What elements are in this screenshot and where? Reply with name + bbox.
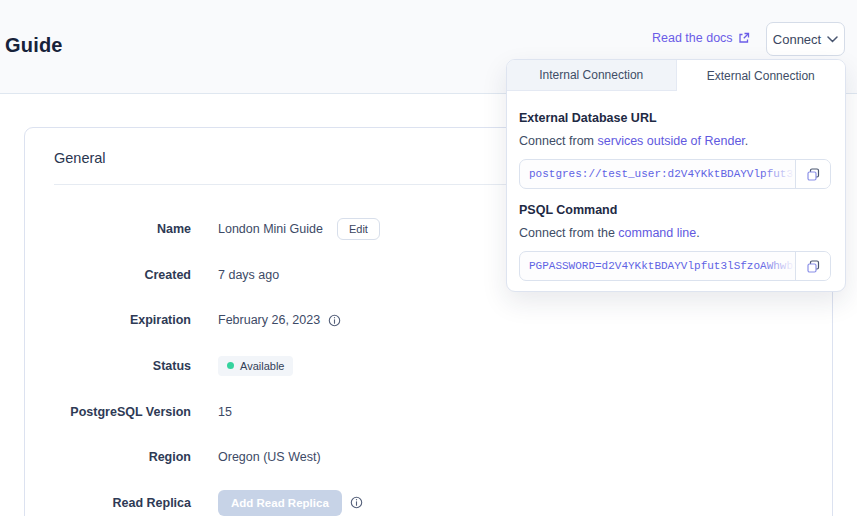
page-title: Guide bbox=[5, 34, 63, 57]
tab-external-connection[interactable]: External Connection bbox=[677, 60, 846, 91]
row-postgres-version-value: 15 bbox=[218, 405, 232, 419]
psql-command-field-group: PGPASSWORD=d2V4YKktBDAYVlpfut3lSfzoAWhwb… bbox=[519, 251, 831, 281]
chevron-down-icon bbox=[827, 36, 838, 43]
connect-button-label: Connect bbox=[773, 32, 821, 47]
copy-external-url-button[interactable] bbox=[795, 160, 830, 188]
row-name-value: London Mini Guide bbox=[218, 222, 323, 236]
read-the-docs-label: Read the docs bbox=[652, 31, 733, 45]
psql-command-description: Connect from the command line. bbox=[519, 226, 831, 240]
status-badge: Available bbox=[218, 356, 293, 376]
copy-icon bbox=[806, 259, 821, 274]
connect-dropdown-panel: Internal Connection External Connection … bbox=[506, 59, 846, 292]
command-line-link[interactable]: command line bbox=[618, 226, 696, 240]
row-postgres-version: PostgreSQL Version 15 bbox=[25, 389, 585, 435]
read-replica-info-icon[interactable] bbox=[350, 496, 363, 509]
row-expiration-label: Expiration bbox=[25, 313, 191, 327]
status-badge-label: Available bbox=[240, 360, 284, 372]
row-status: Status Available bbox=[25, 343, 585, 389]
description-text: Connect from bbox=[519, 134, 598, 148]
external-database-url-heading: External Database URL bbox=[519, 111, 831, 125]
row-read-replica-label: Read Replica bbox=[25, 496, 191, 510]
external-database-url-field-group: postgres://test_user:d2V4YKktBDAYVlpfut3… bbox=[519, 159, 831, 189]
add-read-replica-button[interactable]: Add Read Replica bbox=[218, 490, 342, 516]
row-name: Name London Mini Guide Edit bbox=[25, 206, 585, 252]
connect-button[interactable]: Connect bbox=[766, 22, 845, 56]
copy-psql-command-button[interactable] bbox=[795, 252, 830, 280]
row-read-replica: Read Replica Add Read Replica bbox=[25, 480, 585, 516]
row-expiration: Expiration February 26, 2023 bbox=[25, 297, 585, 343]
row-region-label: Region bbox=[25, 450, 191, 464]
description-text: Connect from the bbox=[519, 226, 618, 240]
description-text: . bbox=[745, 134, 748, 148]
expiration-info-icon[interactable] bbox=[328, 314, 341, 327]
psql-command-heading: PSQL Command bbox=[519, 203, 831, 217]
general-card-title: General bbox=[54, 150, 106, 166]
tab-internal-connection[interactable]: Internal Connection bbox=[507, 60, 677, 91]
row-name-label: Name bbox=[25, 222, 191, 236]
services-outside-render-link[interactable]: services outside of Render bbox=[598, 134, 745, 148]
status-dot-icon bbox=[227, 362, 234, 369]
row-created: Created 7 days ago bbox=[25, 252, 585, 298]
row-expiration-value: February 26, 2023 bbox=[218, 313, 320, 327]
row-region-value: Oregon (US West) bbox=[218, 450, 321, 464]
external-connection-content: External Database URL Connect from servi… bbox=[507, 91, 845, 281]
connection-tabs: Internal Connection External Connection bbox=[507, 60, 845, 91]
edit-name-button[interactable]: Edit bbox=[337, 218, 380, 240]
psql-command-value[interactable]: PGPASSWORD=d2V4YKktBDAYVlpfut3lSfzoAWhwb… bbox=[520, 252, 795, 280]
read-the-docs-link[interactable]: Read the docs bbox=[652, 31, 750, 45]
row-status-label: Status bbox=[25, 359, 191, 373]
row-region: Region Oregon (US West) bbox=[25, 434, 585, 480]
general-rows: Name London Mini Guide Edit Created 7 da… bbox=[25, 206, 585, 516]
copy-icon bbox=[806, 167, 821, 182]
external-database-url-description: Connect from services outside of Render. bbox=[519, 134, 831, 148]
external-database-url-value[interactable]: postgres://test_user:d2V4YKktBDAYVlpfut3… bbox=[520, 160, 795, 188]
external-link-icon bbox=[738, 32, 750, 44]
description-text: . bbox=[696, 226, 699, 240]
row-postgres-version-label: PostgreSQL Version bbox=[25, 405, 191, 419]
row-created-value: 7 days ago bbox=[218, 268, 279, 282]
row-created-label: Created bbox=[25, 268, 191, 282]
